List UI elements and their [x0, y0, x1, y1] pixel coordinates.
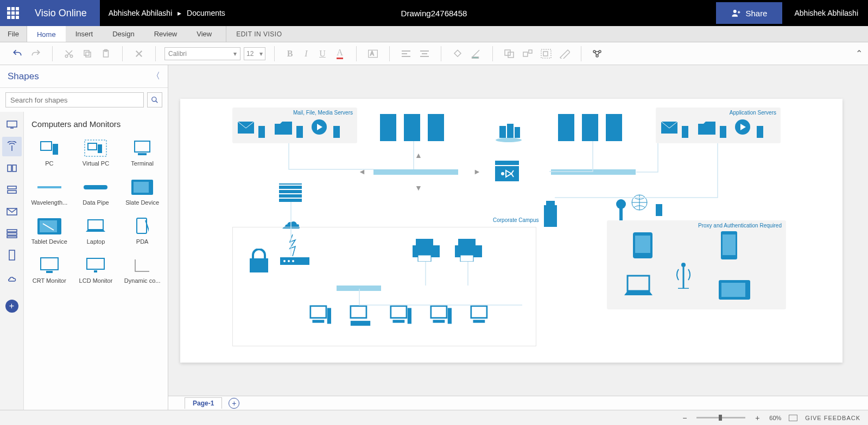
- server-cluster-2[interactable]: [558, 114, 622, 141]
- italic-button[interactable]: I: [300, 46, 313, 61]
- ethernet-bar[interactable]: [551, 169, 636, 175]
- menu-insert[interactable]: Insert: [66, 26, 103, 42]
- group-mail-servers[interactable]: Mail, File, Media Servers: [232, 107, 357, 143]
- ethernet-bar[interactable]: [373, 169, 458, 175]
- ethernet-bar[interactable]: [337, 286, 381, 291]
- printer-shape[interactable]: [455, 239, 482, 262]
- search-button[interactable]: [147, 92, 162, 107]
- redo-button[interactable]: [28, 46, 43, 61]
- stencil-detailed[interactable]: [2, 224, 22, 243]
- shape-styles-button[interactable]: [557, 46, 572, 61]
- menu-view[interactable]: View: [187, 26, 221, 42]
- shape-data-pipe[interactable]: Data Pipe: [74, 174, 118, 209]
- bold-button[interactable]: B: [283, 46, 296, 61]
- collapse-ribbon-button[interactable]: ⌃: [856, 48, 863, 59]
- shape-virtual-pc[interactable]: Virtual PC: [74, 135, 118, 170]
- zoom-level[interactable]: 60%: [769, 415, 781, 421]
- line-color-button[interactable]: [468, 46, 484, 61]
- building-shape[interactable]: [544, 205, 557, 227]
- stencil-annotations[interactable]: [2, 267, 22, 287]
- shape-slate[interactable]: Slate Device: [120, 174, 164, 209]
- position-button[interactable]: [520, 46, 535, 61]
- cluster-icon[interactable]: [495, 120, 522, 142]
- shape-laptop[interactable]: Laptop: [74, 213, 118, 248]
- server-cluster-1[interactable]: [380, 114, 444, 141]
- page-tab-1[interactable]: Page-1: [185, 397, 222, 409]
- font-color-button[interactable]: A: [332, 46, 347, 61]
- align-middle-button[interactable]: [417, 46, 432, 61]
- stencil-rack[interactable]: [2, 158, 22, 178]
- stencil-computers[interactable]: [2, 115, 22, 135]
- arrow-right: ►: [473, 167, 481, 176]
- shape-lcd[interactable]: LCD Monitor: [74, 252, 118, 287]
- stencil-mail[interactable]: [2, 202, 22, 221]
- svg-rect-20: [7, 121, 17, 127]
- shape-dynamic-connector[interactable]: Dynamic co...: [120, 252, 164, 287]
- pc-shape[interactable]: [469, 305, 493, 327]
- undo-button[interactable]: [10, 46, 25, 61]
- zoom-slider[interactable]: [696, 417, 745, 418]
- stencil-server[interactable]: [2, 180, 22, 200]
- breadcrumb-location[interactable]: Documents: [187, 9, 225, 17]
- svg-rect-79: [431, 306, 447, 318]
- breadcrumb-user[interactable]: Abhishek Abhilashi: [109, 9, 173, 17]
- drawing-page[interactable]: Mail, File, Media Servers Application Se…: [180, 99, 842, 363]
- delete-button[interactable]: [131, 46, 147, 61]
- printer-shape[interactable]: [413, 239, 440, 262]
- arrange-button[interactable]: [502, 46, 517, 61]
- group-workstations[interactable]: [232, 227, 536, 346]
- group-app-servers[interactable]: Application Servers: [656, 107, 781, 143]
- stencil-network[interactable]: [2, 137, 22, 156]
- scanner-shape[interactable]: [349, 305, 372, 327]
- give-feedback-link[interactable]: GIVE FEEDBACK: [805, 415, 860, 421]
- add-stencil-button[interactable]: +: [5, 300, 18, 313]
- share-button[interactable]: Share: [716, 2, 782, 24]
- font-family-select[interactable]: Calibri▾: [164, 47, 240, 60]
- shape-pc[interactable]: PC: [27, 135, 72, 170]
- small-server[interactable]: [656, 204, 662, 216]
- change-shape-button[interactable]: [590, 46, 605, 61]
- stencil-mobile[interactable]: [2, 245, 22, 265]
- breadcrumb[interactable]: Abhishek Abhilashi ▸ Documents: [100, 9, 225, 17]
- firewall-shape[interactable]: [279, 183, 302, 202]
- underline-button[interactable]: U: [316, 46, 329, 61]
- cut-button[interactable]: [61, 46, 77, 61]
- align-left-button[interactable]: [398, 46, 414, 61]
- shape-terminal[interactable]: Terminal: [120, 135, 164, 170]
- font-size-select[interactable]: 12▾: [244, 47, 265, 60]
- zoom-in-button[interactable]: +: [753, 414, 762, 422]
- app-launcher-button[interactable]: [0, 0, 26, 26]
- add-page-button[interactable]: +: [229, 398, 239, 409]
- menu-edit-in-visio[interactable]: EDIT IN VISIO: [226, 26, 292, 42]
- shape-crt[interactable]: CRT Monitor: [27, 252, 72, 287]
- svg-rect-55: [507, 124, 514, 138]
- copy-button[interactable]: [80, 46, 95, 61]
- status-bar: − + 60% GIVE FEEDBACK: [0, 410, 868, 425]
- fill-color-button[interactable]: [450, 46, 465, 61]
- shape-wavelength[interactable]: Wavelength...: [27, 174, 72, 209]
- menu-home[interactable]: Home: [27, 26, 66, 42]
- shape-pda[interactable]: PDA: [120, 213, 164, 248]
- group-button[interactable]: [538, 46, 554, 61]
- paste-button[interactable]: [98, 46, 113, 61]
- group-proxy[interactable]: Proxy and Authentication Required: [607, 220, 786, 309]
- menu-file[interactable]: File: [0, 26, 27, 42]
- router-icon[interactable]: [495, 161, 519, 181]
- collapse-panel-button[interactable]: 〈: [151, 71, 160, 82]
- globe-icon[interactable]: [631, 194, 648, 211]
- fit-to-window-button[interactable]: [789, 415, 797, 421]
- document-title[interactable]: Drawing24768458: [401, 9, 467, 18]
- pc-shape[interactable]: [389, 305, 413, 327]
- search-input[interactable]: [5, 92, 144, 107]
- shape-tablet[interactable]: Tablet Device: [27, 213, 72, 248]
- menu-design[interactable]: Design: [103, 26, 144, 42]
- pc-shape[interactable]: [308, 305, 332, 327]
- pda-shape: [633, 232, 652, 258]
- svg-rect-15: [543, 52, 548, 56]
- canvas[interactable]: Mail, File, Media Servers Application Se…: [168, 65, 868, 410]
- pc-shape[interactable]: [429, 305, 453, 327]
- menu-review[interactable]: Review: [144, 26, 187, 42]
- user-menu[interactable]: Abhishek Abhilashi: [784, 9, 868, 17]
- zoom-out-button[interactable]: −: [680, 414, 689, 422]
- text-block-button[interactable]: A: [365, 46, 381, 61]
